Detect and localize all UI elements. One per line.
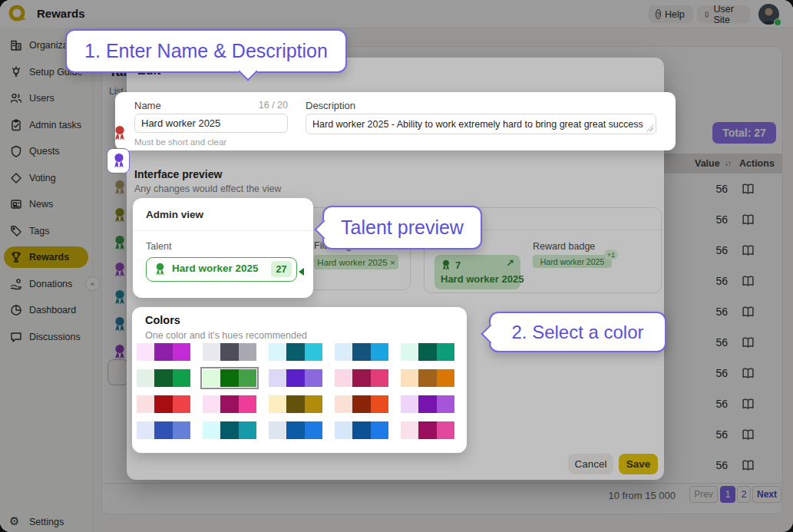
- color-hue: [335, 421, 352, 439]
- color-hue: [352, 421, 370, 439]
- talent-label: Talent: [146, 241, 171, 252]
- color-hue: [239, 343, 256, 361]
- name-input[interactable]: Hard worker 2025: [134, 114, 288, 133]
- name-label: Name: [134, 100, 161, 111]
- color-hue: [286, 343, 304, 361]
- color-hue: [352, 369, 370, 387]
- color-hue: [335, 343, 352, 361]
- name-description-section: Name 16 / 20 Hard worker 2025 Must be sh…: [115, 92, 676, 150]
- color-swatch[interactable]: [335, 421, 388, 439]
- color-hue: [239, 395, 256, 413]
- color-hue: [437, 343, 454, 361]
- color-hue: [173, 343, 190, 361]
- color-hue: [220, 421, 238, 439]
- color-hue: [286, 369, 304, 387]
- chip-pointer-icon: [299, 268, 304, 276]
- callout-enter-name-description: 1. Enter Name & Description: [65, 29, 347, 73]
- color-hue: [203, 369, 220, 387]
- color-swatch[interactable]: [335, 343, 388, 361]
- color-hue: [154, 343, 172, 361]
- color-hue: [437, 421, 454, 439]
- app-window: Rewards ? Help User Site OrganizationSet…: [0, 0, 793, 532]
- color-hue: [269, 369, 286, 387]
- color-hue: [154, 421, 172, 439]
- color-swatch[interactable]: [203, 343, 256, 361]
- color-hue: [437, 395, 454, 413]
- color-hue: [173, 369, 190, 387]
- description-input[interactable]: Hard worker 2025 - Ability to work extre…: [306, 114, 656, 134]
- color-hue: [352, 343, 370, 361]
- talent-chip[interactable]: Hard worker 2025 27: [146, 257, 297, 282]
- color-hue: [203, 421, 220, 439]
- colors-title: Colors: [145, 314, 180, 326]
- callout-select-color: 2. Select a color: [489, 312, 666, 352]
- color-swatch[interactable]: [269, 421, 322, 439]
- color-hue: [418, 395, 436, 413]
- color-hue: [286, 421, 304, 439]
- name-counter: 16 / 20: [230, 100, 288, 111]
- color-hue: [401, 395, 418, 413]
- color-swatch[interactable]: [269, 369, 322, 387]
- color-hue: [305, 421, 322, 439]
- color-hue: [173, 395, 190, 413]
- color-swatch[interactable]: [401, 421, 454, 439]
- color-hue: [305, 343, 322, 361]
- color-hue: [220, 369, 238, 387]
- color-swatch[interactable]: [137, 395, 190, 413]
- color-hue: [305, 395, 322, 413]
- color-hue: [286, 395, 304, 413]
- colors-panel: Colors One color and it's hues recommend…: [132, 307, 467, 453]
- color-hue: [220, 343, 238, 361]
- color-hue: [401, 343, 418, 361]
- color-swatch[interactable]: [335, 395, 388, 413]
- color-hue: [371, 421, 388, 439]
- color-hue: [269, 421, 286, 439]
- color-hue: [269, 343, 286, 361]
- color-swatch[interactable]: [335, 369, 388, 387]
- color-hue: [352, 395, 370, 413]
- color-hue: [173, 421, 190, 439]
- color-hue: [335, 395, 352, 413]
- color-hue: [239, 421, 256, 439]
- color-hue: [203, 343, 220, 361]
- color-swatch[interactable]: [401, 395, 454, 413]
- color-swatch[interactable]: [401, 369, 454, 387]
- talent-row-icon-selected[interactable]: [111, 152, 127, 172]
- name-hint: Must be short and clear: [134, 137, 226, 147]
- talent-row-icon-red[interactable]: [112, 124, 127, 144]
- color-hue: [220, 395, 238, 413]
- color-hue: [137, 395, 154, 413]
- color-swatch[interactable]: [203, 395, 256, 413]
- color-hue: [401, 421, 418, 439]
- ribbon-icon: [154, 262, 167, 276]
- color-hue: [371, 395, 388, 413]
- color-hue: [401, 369, 418, 387]
- color-hue: [137, 421, 154, 439]
- color-swatch[interactable]: [137, 421, 190, 439]
- color-swatch[interactable]: [269, 395, 322, 413]
- color-hue: [418, 369, 436, 387]
- admin-view-card: Admin view Talent Hard worker 2025 27: [133, 198, 313, 298]
- color-swatch[interactable]: [203, 369, 256, 387]
- color-hue: [371, 369, 388, 387]
- divider: [133, 230, 313, 231]
- color-hue: [305, 369, 322, 387]
- color-hue: [437, 369, 454, 387]
- color-hue: [418, 343, 436, 361]
- color-swatch[interactable]: [269, 343, 322, 361]
- colors-subtitle: One color and it's hues recommended: [145, 330, 307, 341]
- description-label: Description: [306, 100, 355, 111]
- color-hue: [335, 369, 352, 387]
- color-hue: [154, 395, 172, 413]
- color-swatch[interactable]: [203, 421, 256, 439]
- resize-grip-icon[interactable]: [646, 124, 653, 131]
- color-swatch[interactable]: [401, 343, 454, 361]
- color-hue: [137, 343, 154, 361]
- color-hue: [371, 343, 388, 361]
- color-hue: [154, 369, 172, 387]
- color-swatch[interactable]: [137, 369, 190, 387]
- color-hue: [137, 369, 154, 387]
- color-hue: [239, 369, 256, 387]
- callout-talent-preview: Talent preview: [322, 206, 482, 249]
- color-swatch[interactable]: [137, 343, 190, 361]
